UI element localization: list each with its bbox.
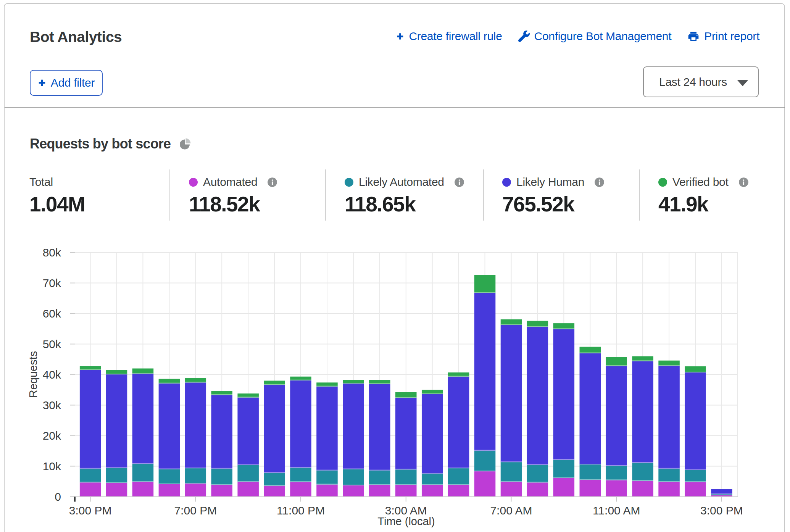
bar-verified-bot-20[interactable] <box>606 357 627 366</box>
bar-verified-bot-18[interactable] <box>553 323 575 329</box>
bar-likely-automated-21[interactable] <box>632 463 653 481</box>
bar-likely-human-18[interactable] <box>553 329 575 459</box>
bar-segment-separator <box>422 393 443 394</box>
bar-likely-automated-11[interactable] <box>369 471 390 485</box>
bar-likely-automated-5[interactable] <box>211 469 233 485</box>
bar-likely-automated-15[interactable] <box>474 451 496 471</box>
bar-automated-1[interactable] <box>106 483 127 497</box>
bar-automated-8[interactable] <box>290 482 311 497</box>
bar-likely-human-21[interactable] <box>632 361 653 463</box>
x-tick-label: 3:00 PM <box>69 504 112 517</box>
bar-automated-15[interactable] <box>474 471 496 497</box>
bar-likely-human-20[interactable] <box>606 366 627 466</box>
bar-segment-separator <box>527 464 548 465</box>
bar-automated-18[interactable] <box>553 478 575 497</box>
bar-segment-separator <box>527 482 548 482</box>
bar-automated-6[interactable] <box>237 482 259 497</box>
bar-automated-23[interactable] <box>685 482 706 497</box>
bar-likely-automated-9[interactable] <box>316 471 338 485</box>
bar-automated-11[interactable] <box>369 485 390 497</box>
bar-likely-automated-2[interactable] <box>132 464 154 482</box>
bar-automated-17[interactable] <box>527 482 548 497</box>
bar-likely-automated-3[interactable] <box>159 469 180 484</box>
bar-verified-bot-23[interactable] <box>685 366 706 372</box>
bar-likely-automated-0[interactable] <box>80 469 101 482</box>
bar-likely-human-8[interactable] <box>290 380 311 468</box>
bar-likely-human-17[interactable] <box>527 327 548 465</box>
bar-likely-human-1[interactable] <box>106 374 127 468</box>
bar-likely-automated-6[interactable] <box>237 465 259 482</box>
bar-automated-9[interactable] <box>316 485 338 497</box>
bar-verified-bot-17[interactable] <box>527 321 548 327</box>
bar-automated-19[interactable] <box>580 480 601 497</box>
bar-automated-5[interactable] <box>211 485 233 497</box>
bar-likely-human-15[interactable] <box>474 293 496 451</box>
bar-likely-automated-10[interactable] <box>343 469 364 485</box>
bar-verified-bot-15[interactable] <box>474 275 496 293</box>
bar-likely-automated-14[interactable] <box>448 468 469 485</box>
bar-likely-automated-20[interactable] <box>606 466 627 480</box>
bar-segment-separator <box>658 365 680 366</box>
bar-automated-21[interactable] <box>632 481 653 497</box>
bar-likely-human-13[interactable] <box>422 394 443 474</box>
bar-segment-separator <box>237 464 259 465</box>
bar-automated-0[interactable] <box>80 482 101 497</box>
bar-likely-human-7[interactable] <box>264 385 285 473</box>
bar-segment-separator <box>80 468 101 469</box>
bar-automated-22[interactable] <box>658 482 680 497</box>
bar-likely-human-19[interactable] <box>580 353 601 465</box>
bar-automated-2[interactable] <box>132 482 154 497</box>
bar-automated-16[interactable] <box>501 482 522 497</box>
x-tick <box>195 497 196 502</box>
bar-likely-human-3[interactable] <box>159 384 180 469</box>
bar-likely-human-23[interactable] <box>685 372 706 470</box>
y-tick <box>70 313 75 314</box>
bar-automated-3[interactable] <box>159 484 180 497</box>
bar-segment-separator <box>106 467 127 468</box>
bar-likely-automated-7[interactable] <box>264 473 285 486</box>
bar-automated-4[interactable] <box>185 484 206 497</box>
bar-verified-bot-16[interactable] <box>501 319 522 325</box>
bar-likely-automated-12[interactable] <box>395 469 417 485</box>
y-tick-label: 60k <box>43 307 61 320</box>
bar-likely-automated-4[interactable] <box>185 468 206 484</box>
bar-verified-bot-12[interactable] <box>395 392 417 398</box>
y-tick <box>70 283 75 284</box>
bar-likely-automated-8[interactable] <box>290 468 311 482</box>
bar-likely-human-4[interactable] <box>185 382 206 468</box>
bar-verified-bot-22[interactable] <box>658 361 680 366</box>
bar-automated-10[interactable] <box>343 485 364 497</box>
bar-segment-separator <box>211 484 233 485</box>
bar-likely-automated-13[interactable] <box>422 474 443 485</box>
bar-verified-bot-19[interactable] <box>580 347 601 353</box>
bar-likely-human-10[interactable] <box>343 384 364 469</box>
bar-likely-human-14[interactable] <box>448 377 469 468</box>
bar-segment-separator <box>316 484 338 485</box>
bar-likely-automated-19[interactable] <box>580 464 601 480</box>
bar-likely-human-6[interactable] <box>237 398 259 465</box>
bar-segment-separator <box>580 464 601 464</box>
bar-likely-human-5[interactable] <box>211 395 233 469</box>
bar-likely-human-12[interactable] <box>395 398 417 469</box>
x-tick <box>721 497 722 502</box>
bar-likely-automated-18[interactable] <box>553 460 575 478</box>
bar-likely-automated-17[interactable] <box>527 465 548 482</box>
bar-likely-human-0[interactable] <box>80 370 101 469</box>
bar-likely-human-2[interactable] <box>132 374 154 464</box>
bar-likely-human-11[interactable] <box>369 384 390 470</box>
bar-likely-human-16[interactable] <box>501 325 522 462</box>
bar-segment-separator <box>474 292 496 293</box>
bar-likely-human-9[interactable] <box>316 387 338 471</box>
bar-likely-automated-16[interactable] <box>501 462 522 482</box>
bar-automated-20[interactable] <box>606 480 627 497</box>
bar-likely-human-22[interactable] <box>658 366 680 469</box>
bar-likely-automated-1[interactable] <box>106 468 127 483</box>
bar-verified-bot-2[interactable] <box>132 369 154 374</box>
bar-likely-automated-22[interactable] <box>658 469 680 482</box>
bar-automated-14[interactable] <box>448 485 469 497</box>
bar-automated-13[interactable] <box>422 485 443 497</box>
bar-automated-12[interactable] <box>395 485 417 497</box>
bar-automated-7[interactable] <box>264 486 285 497</box>
bar-likely-automated-23[interactable] <box>685 470 706 482</box>
bar-segment-separator <box>448 468 469 468</box>
